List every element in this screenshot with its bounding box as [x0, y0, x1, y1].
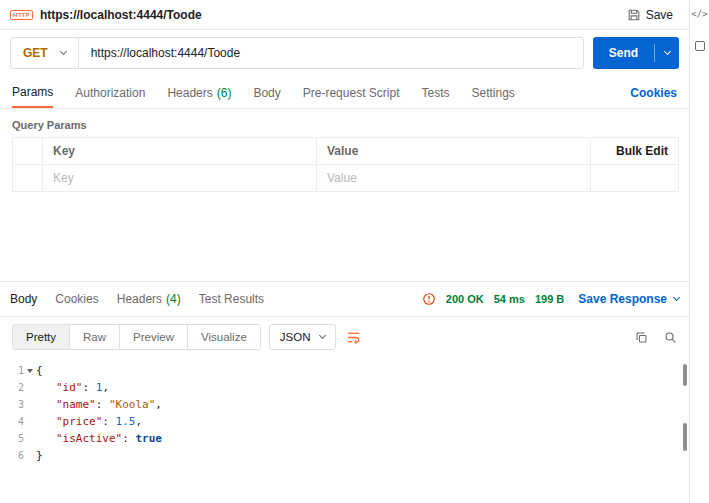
code-content: "name": "Koola",: [36, 396, 162, 413]
request-tab[interactable]: HTTP https://localhost:4444/Toode: [10, 8, 202, 22]
panel-icon[interactable]: [695, 41, 705, 51]
fold-gutter: [24, 379, 36, 396]
status-badge: 200 OK: [446, 293, 484, 305]
connection-warning-icon[interactable]: [422, 292, 436, 306]
http-request-icon: HTTP: [10, 10, 33, 20]
copy-icon[interactable]: [635, 331, 648, 344]
tab-label: Params: [12, 85, 53, 99]
view-mode-group: Pretty Raw Preview Visualize: [12, 324, 261, 350]
response-meta: 200 OK 54 ms 199 B Save Response: [422, 292, 679, 306]
wrap-lines-icon[interactable]: [346, 330, 361, 345]
tab-headers[interactable]: Headers (6): [167, 77, 231, 108]
code-line: 3 "name": "Koola",: [0, 396, 689, 413]
caret-down-icon: [27, 369, 33, 373]
response-body-editor[interactable]: 1 { 2 "id": 1, 3 "name": "Koola", 4: [0, 357, 689, 503]
code-line: 5 "isActive": true: [0, 430, 689, 447]
key-column-header: Key: [43, 138, 317, 165]
send-options-button[interactable]: [655, 52, 679, 54]
code-line: 2 "id": 1,: [0, 379, 689, 396]
line-number: 2: [0, 379, 24, 396]
tab-authorization[interactable]: Authorization: [75, 77, 145, 108]
param-key-input[interactable]: [53, 171, 306, 185]
response-tabs: Body Cookies Headers(4) Test Results: [10, 292, 264, 306]
table-header-row: Key Value Bulk Edit: [13, 138, 679, 165]
right-sidebar: </>: [689, 0, 709, 503]
value-column-header: Value: [317, 138, 591, 165]
view-raw-button[interactable]: Raw: [70, 325, 120, 349]
save-icon: [627, 8, 641, 22]
code-line: 6 }: [0, 447, 689, 464]
tab-params[interactable]: Params: [12, 77, 53, 108]
method-select[interactable]: GET: [11, 46, 78, 60]
postman-window: HTTP https://localhost:4444/Toode Save G…: [0, 0, 709, 503]
tab-label: Settings: [472, 86, 515, 100]
view-visualize-button[interactable]: Visualize: [188, 325, 260, 349]
save-label: Save: [646, 8, 673, 22]
view-pretty-button[interactable]: Pretty: [13, 325, 70, 349]
fold-gutter: [24, 447, 36, 464]
url-input[interactable]: [79, 46, 583, 60]
line-number: 4: [0, 413, 24, 430]
response-panel: Body Cookies Headers(4) Test Results 200…: [0, 281, 689, 503]
code-content: "isActive": true: [36, 430, 162, 447]
chevron-down-icon: [673, 294, 680, 301]
headers-count-badge: (6): [217, 86, 232, 100]
response-tab-test-results[interactable]: Test Results: [199, 292, 264, 306]
format-select[interactable]: JSON: [269, 324, 337, 350]
response-tab-cookies[interactable]: Cookies: [55, 292, 98, 306]
save-response-label: Save Response: [578, 292, 667, 306]
param-value-input[interactable]: [327, 171, 580, 185]
cookies-link[interactable]: Cookies: [630, 86, 677, 100]
save-button[interactable]: Save: [621, 5, 679, 25]
chevron-down-icon: [663, 48, 670, 55]
scrollbar-thumb[interactable]: [683, 423, 687, 451]
line-number: 3: [0, 396, 24, 413]
param-value-cell: [317, 165, 591, 192]
line-number: 5: [0, 430, 24, 447]
search-icon[interactable]: [664, 331, 677, 344]
chevron-down-icon: [60, 48, 67, 55]
param-key-cell: [43, 165, 317, 192]
scrollbar-thumb[interactable]: [683, 364, 687, 386]
code-content: "id": 1,: [36, 379, 109, 396]
response-tab-headers[interactable]: Headers(4): [117, 292, 181, 306]
tab-label: Pre-request Script: [303, 86, 400, 100]
code-snippet-icon[interactable]: </>: [691, 9, 707, 19]
query-params-table: Key Value Bulk Edit: [12, 137, 679, 192]
response-size: 199 B: [535, 293, 564, 305]
format-label: JSON: [280, 331, 311, 343]
tab-header: HTTP https://localhost:4444/Toode Save: [0, 0, 689, 30]
panel-shape: [695, 41, 705, 51]
view-preview-button[interactable]: Preview: [120, 325, 188, 349]
tab-label: Tests: [421, 86, 449, 100]
send-button[interactable]: Send: [593, 37, 679, 69]
response-toolbar: Pretty Raw Preview Visualize JSON: [0, 317, 689, 357]
fold-caret-icon[interactable]: [24, 362, 36, 379]
url-box: GET: [10, 37, 584, 69]
tab-settings[interactable]: Settings: [472, 77, 515, 108]
code-content: "price": 1.5,: [36, 413, 142, 430]
param-row: [13, 165, 679, 192]
fold-gutter: [24, 413, 36, 430]
line-number: 6: [0, 447, 24, 464]
tab-body[interactable]: Body: [253, 77, 280, 108]
chevron-down-icon: [319, 332, 326, 339]
tab-label: Body: [253, 86, 280, 100]
send-label: Send: [593, 46, 654, 60]
code-content: {: [36, 362, 43, 379]
main-panel: HTTP https://localhost:4444/Toode Save G…: [0, 0, 689, 503]
bulk-edit-button[interactable]: Bulk Edit: [591, 138, 679, 165]
row-select-cell: [13, 165, 43, 192]
response-tab-body[interactable]: Body: [10, 292, 37, 306]
request-tabs: Params Authorization Headers (6) Body Pr…: [0, 77, 689, 109]
fold-gutter: [24, 430, 36, 447]
save-response-button[interactable]: Save Response: [578, 292, 679, 306]
code-content: }: [36, 447, 43, 464]
tab-pre-request-script[interactable]: Pre-request Script: [303, 77, 400, 108]
toolbar-right: [635, 331, 677, 344]
row-select-header-cell: [13, 138, 43, 165]
query-params-title: Query Params: [12, 119, 677, 131]
headers-count-badge: (4): [166, 292, 181, 306]
tab-tests[interactable]: Tests: [421, 77, 449, 108]
tab-label: Headers: [117, 292, 162, 306]
